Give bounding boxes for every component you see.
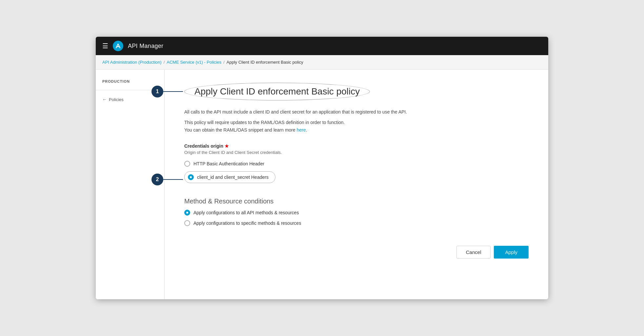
- radio-circle-client-id[interactable]: [188, 174, 194, 180]
- app-title: API Manager: [128, 43, 163, 50]
- description-block: All calls to the API must include a clie…: [184, 108, 529, 134]
- credentials-label: Credentials origin ★: [184, 143, 529, 149]
- annotation-2-group: 2: [151, 174, 183, 185]
- radio-label-specific: Apply configurations to specific methods…: [193, 220, 301, 226]
- radio-all-methods[interactable]: Apply configurations to all API methods …: [184, 210, 529, 216]
- required-star: ★: [225, 143, 229, 149]
- app-window: ☰ API Manager API Administration (Produc…: [96, 37, 548, 299]
- button-row: Cancel Apply: [184, 239, 529, 259]
- policy-title: Apply Client ID enforcement Basic policy: [184, 83, 370, 100]
- content-area: 1 Apply Client ID enforcement Basic poli…: [165, 70, 548, 299]
- back-arrow-icon: ←: [102, 97, 107, 102]
- breadcrumb-link-2[interactable]: ACME Service (v1) - Policies: [167, 60, 221, 65]
- breadcrumb-current: Apply Client ID enforcement Basic policy: [227, 60, 303, 65]
- credentials-hint: Origin of the Client ID and Client Secre…: [184, 150, 529, 155]
- here-suffix: .: [306, 127, 307, 133]
- badge-2: 2: [151, 174, 163, 185]
- description-text-2: This policy will require updates to the …: [184, 119, 529, 134]
- radio-circle-specific[interactable]: [184, 220, 190, 226]
- radio-http-basic[interactable]: HTTP Basic Authentication Header: [184, 161, 529, 167]
- svg-point-0: [113, 41, 123, 51]
- method-resource-section: Method & Resource conditions Apply confi…: [184, 198, 529, 226]
- annotation-1-group: 1: [151, 86, 183, 97]
- breadcrumb-bar: API Administration (Production) / ACME S…: [96, 55, 548, 70]
- desc2-line2: You can obtain the RAML/OAS snippet and …: [184, 127, 297, 133]
- desc2-before: This policy will require updates to the …: [184, 120, 345, 125]
- radio-circle-http[interactable]: [184, 161, 190, 167]
- hamburger-icon[interactable]: ☰: [102, 43, 108, 49]
- radio-specific-methods[interactable]: Apply configurations to specific methods…: [184, 220, 529, 226]
- method-section-title: Method & Resource conditions: [184, 198, 529, 205]
- breadcrumb-sep-1: /: [164, 60, 165, 65]
- annotation-line-2: [163, 179, 183, 180]
- title-section: 1 Apply Client ID enforcement Basic poli…: [184, 83, 529, 100]
- radio-client-id-wrapper: 2 client_id and client_secret Headers: [184, 171, 529, 188]
- breadcrumb-sep-2: /: [223, 60, 225, 65]
- cancel-button[interactable]: Cancel: [456, 246, 491, 259]
- credentials-section: Credentials origin ★ Origin of the Clien…: [184, 143, 529, 188]
- description-text-1: All calls to the API must include a clie…: [184, 108, 529, 116]
- breadcrumb-link-1[interactable]: API Administration (Production): [102, 60, 162, 65]
- main-layout: PRODUCTION ← Policies 1 Apply Client ID …: [96, 70, 548, 299]
- annotation-line-1: [163, 91, 183, 92]
- radio-client-id[interactable]: client_id and client_secret Headers: [184, 171, 275, 183]
- radio-label-client-id: client_id and client_secret Headers: [197, 175, 269, 180]
- badge-1: 1: [151, 86, 163, 97]
- sidebar-back-label: Policies: [109, 97, 124, 102]
- radio-circle-all-methods[interactable]: [184, 210, 190, 216]
- logo-icon: [113, 41, 123, 51]
- apply-button[interactable]: Apply: [494, 246, 529, 259]
- radio-label-all-methods: Apply configurations to all API methods …: [193, 210, 299, 215]
- here-link[interactable]: here: [297, 127, 306, 133]
- topbar: ☰ API Manager: [96, 37, 548, 55]
- radio-label-http: HTTP Basic Authentication Header: [193, 161, 264, 166]
